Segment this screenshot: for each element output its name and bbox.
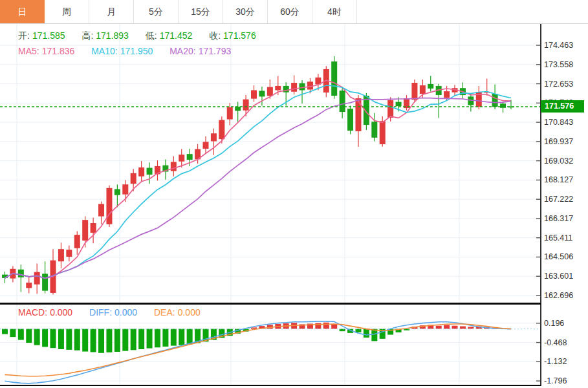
candle-body bbox=[82, 220, 88, 241]
macd-histogram-bar bbox=[122, 329, 128, 351]
macd-histogram-bar bbox=[50, 329, 56, 349]
candle-body bbox=[243, 100, 249, 111]
candle-body bbox=[219, 120, 224, 140]
tab-60min[interactable]: 60分 bbox=[268, 0, 312, 23]
high-label: 高: bbox=[82, 30, 93, 41]
ma5-label: MA5: bbox=[18, 46, 39, 56]
tab-5min[interactable]: 5分 bbox=[134, 0, 179, 23]
macd-histogram-bar bbox=[26, 329, 32, 343]
macd-histogram-bar bbox=[58, 329, 64, 349]
candle-body bbox=[106, 188, 112, 224]
price-axis-label: 168.127 bbox=[544, 175, 587, 185]
high-value: 171.893 bbox=[96, 30, 129, 41]
macd-histogram-bar bbox=[91, 329, 96, 352]
candle-body bbox=[411, 83, 417, 100]
tab-4hour[interactable]: 4时 bbox=[312, 0, 357, 23]
macd-axis-label: -1.796 bbox=[544, 376, 587, 386]
ma10-label: MA10: bbox=[91, 46, 117, 56]
ohlc-info-row: 开:171.585 高:171.893 低:171.452 收:171.576 bbox=[18, 30, 259, 42]
price-axis-label: 164.506 bbox=[544, 252, 587, 262]
chart-canvas[interactable] bbox=[0, 24, 588, 388]
ma10-value: 171.950 bbox=[120, 46, 153, 56]
candle-body bbox=[340, 91, 345, 112]
candle-body bbox=[98, 204, 104, 216]
macd-axis-label: -0.468 bbox=[544, 338, 587, 348]
interval-tab-bar: 日 周 月 5分 15分 30分 60分 4时 bbox=[0, 0, 588, 24]
candle-body bbox=[428, 84, 433, 89]
candle-body bbox=[267, 87, 273, 96]
candle-body bbox=[283, 86, 289, 92]
diff-value: 0.000 bbox=[114, 307, 137, 318]
price-axis-label: 169.937 bbox=[544, 136, 587, 147]
candle-body bbox=[26, 283, 32, 288]
macd-histogram-bar bbox=[98, 329, 104, 353]
candle-body bbox=[444, 91, 450, 98]
dea-value: 0.000 bbox=[178, 307, 201, 318]
macd-histogram-bar bbox=[331, 324, 337, 329]
price-axis-label: 165.411 bbox=[544, 233, 587, 243]
close-value: 171.576 bbox=[223, 30, 256, 41]
macd-histogram-bar bbox=[10, 329, 16, 338]
macd-histogram-bar bbox=[187, 329, 193, 345]
dea-label: DEA: bbox=[154, 307, 175, 318]
candle-body bbox=[42, 274, 48, 290]
candle-body bbox=[396, 102, 402, 107]
current-price-tag: 171.576 bbox=[541, 100, 584, 113]
tab-day[interactable]: 日 bbox=[0, 0, 45, 23]
diff-label: DIFF: bbox=[89, 307, 112, 318]
close-label: 收: bbox=[209, 30, 221, 41]
candle-body bbox=[387, 100, 393, 118]
candle-body bbox=[74, 235, 80, 248]
diff-line bbox=[5, 321, 511, 383]
candle-body bbox=[500, 103, 506, 108]
price-axis-label: 170.843 bbox=[544, 117, 587, 127]
macd-histogram-bar bbox=[106, 329, 112, 352]
macd-histogram-bar bbox=[74, 329, 80, 350]
candle-body bbox=[66, 250, 72, 257]
candle-body bbox=[147, 168, 153, 175]
open-value: 171.585 bbox=[32, 30, 65, 41]
macd-histogram-bar bbox=[131, 329, 136, 350]
candle-body bbox=[259, 91, 265, 96]
macd-histogram-bar bbox=[2, 329, 8, 334]
candle-body bbox=[492, 94, 498, 107]
chart-bottom-line bbox=[0, 385, 541, 386]
macd-histogram-bar bbox=[179, 329, 184, 345]
macd-info-row: MACD:0.000 DIFF:0.000 DEA:0.000 bbox=[18, 307, 203, 318]
axis-vertical-line bbox=[540, 24, 541, 386]
macd-histogram-bar bbox=[323, 323, 329, 329]
tab-15min[interactable]: 15分 bbox=[179, 0, 223, 23]
macd-histogram-bar bbox=[138, 329, 144, 349]
price-axis-label: 169.032 bbox=[544, 156, 587, 166]
candle-body bbox=[275, 86, 281, 91]
candle-body bbox=[380, 121, 386, 144]
ma-info-row: MA5:171.836 MA10:171.950 MA20:171.793 bbox=[18, 46, 234, 56]
tab-month[interactable]: 月 bbox=[89, 0, 134, 23]
macd-histogram-bar bbox=[34, 329, 40, 345]
macd-histogram-bar bbox=[147, 329, 153, 349]
macd-histogram-bar bbox=[66, 329, 72, 350]
tab-week[interactable]: 周 bbox=[45, 0, 89, 23]
candle-body bbox=[58, 249, 64, 261]
candle-body bbox=[122, 184, 128, 194]
tab-30min[interactable]: 30分 bbox=[223, 0, 268, 23]
candle-body bbox=[187, 154, 193, 160]
candle-body bbox=[131, 173, 136, 184]
candle-body bbox=[171, 162, 177, 171]
candle-body bbox=[211, 133, 217, 141]
candle-body bbox=[227, 107, 233, 120]
price-axis-label: 166.317 bbox=[544, 213, 587, 224]
candle-body bbox=[371, 122, 377, 138]
macd-histogram-bar bbox=[42, 329, 48, 347]
candle-body bbox=[138, 167, 144, 177]
price-axis-label: 167.222 bbox=[544, 194, 587, 204]
macd-histogram-bar bbox=[155, 329, 160, 348]
candle-body bbox=[347, 109, 353, 131]
macd-histogram-bar bbox=[82, 329, 88, 352]
macd-histogram-bar bbox=[355, 329, 361, 332]
candle-body bbox=[18, 270, 24, 277]
macd-value: 0.000 bbox=[50, 307, 72, 318]
candle-body bbox=[91, 223, 96, 233]
macd-histogram-bar bbox=[444, 325, 450, 329]
macd-axis-label: -1.132 bbox=[544, 356, 587, 367]
